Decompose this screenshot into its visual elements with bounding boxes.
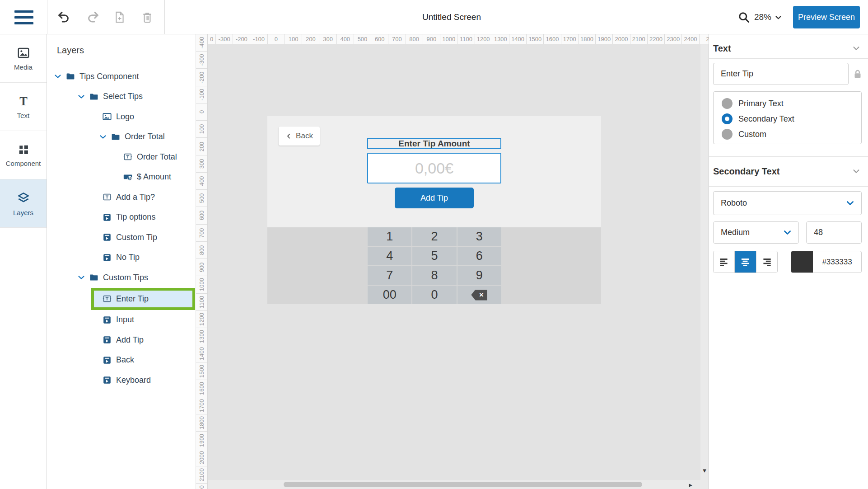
radio-button-icon[interactable] <box>722 113 733 124</box>
key-9[interactable]: 9 <box>457 266 501 285</box>
text-value-field[interactable] <box>713 63 849 85</box>
search-icon[interactable] <box>737 11 750 24</box>
chevron-down-icon[interactable] <box>775 14 782 21</box>
new-file-icon <box>113 11 126 24</box>
font-color-control[interactable]: #333333 <box>791 251 862 273</box>
layer-row-custom-tip[interactable]: Custom Tip <box>47 227 196 248</box>
layer-row-add-a-tip[interactable]: Add a Tip? <box>47 187 196 207</box>
canvas-horizontal-scrollbar[interactable]: ▸ <box>208 480 709 489</box>
key-0[interactable]: 0 <box>412 286 456 304</box>
chevron-down-icon[interactable] <box>77 273 86 282</box>
screen-title: Untitled Screen <box>375 0 528 34</box>
enter-tip-amount-label[interactable]: Enter Tip Amount <box>367 138 501 149</box>
font-weight-select[interactable]: Medium <box>713 221 799 244</box>
layer-row-add-tip[interactable]: Add Tip <box>47 330 196 350</box>
chevron-down-icon <box>77 92 86 101</box>
screen-artboard[interactable]: Back Enter Tip Amount Add Tip 1234567890… <box>267 116 601 304</box>
secondary-text-section-header[interactable]: Secondary Text <box>713 162 861 180</box>
folder-icon <box>89 273 99 282</box>
ruler-tick: 2200 <box>648 34 665 44</box>
zoom-level[interactable]: 28% <box>754 12 771 22</box>
radio-primary-text[interactable]: Primary Text <box>714 96 861 111</box>
folder-icon <box>89 92 99 102</box>
layer-row-enter-tip[interactable]: Enter Tip <box>91 288 195 310</box>
layer-row-keyboard[interactable]: Keyboard <box>47 370 196 390</box>
ruler-tick: 2200 <box>196 484 207 489</box>
align-left-button[interactable] <box>714 251 734 273</box>
layer-row-tips-component[interactable]: Tips Component <box>47 66 196 87</box>
scroll-right-arrow-icon[interactable]: ▸ <box>689 481 692 489</box>
ruler-tick: -300 <box>216 34 233 44</box>
menu-icon[interactable] <box>14 10 33 24</box>
ruler-tick: 1100 <box>457 34 475 44</box>
ruler-tick: 1700 <box>196 397 207 414</box>
font-family-select[interactable]: Roboto <box>713 191 862 215</box>
key-5[interactable]: 5 <box>412 247 456 265</box>
radio-button-icon[interactable] <box>722 98 733 109</box>
layer-row-tip-options[interactable]: Tip options <box>47 207 196 228</box>
layer-row-select-tips[interactable]: Select Tips <box>47 87 196 107</box>
undo-button[interactable] <box>56 9 72 25</box>
ruler-tick: 2400 <box>682 34 699 44</box>
tip-amount-input[interactable] <box>367 153 501 183</box>
layer-row-input[interactable]: Input <box>47 310 196 330</box>
layer-label: Add Tip <box>116 335 144 345</box>
design-canvas[interactable]: Back Enter Tip Amount Add Tip 1234567890… <box>208 44 709 489</box>
layer-row-no-tip[interactable]: No Tip <box>47 248 196 268</box>
key-6[interactable]: 6 <box>457 247 501 265</box>
align-center-button[interactable] <box>734 251 756 273</box>
backspace-icon: ✕ <box>471 290 487 301</box>
ruler-tick: 800 <box>406 34 423 44</box>
sidebar-item-component[interactable]: Component <box>0 131 47 179</box>
sidebar-item-label: Text <box>17 112 30 119</box>
font-size-field[interactable] <box>806 221 862 244</box>
align-right-button[interactable] <box>756 251 777 273</box>
sidebar-item-text[interactable]: TText <box>0 83 47 131</box>
ruler-tick: -200 <box>196 69 207 86</box>
redo-button[interactable] <box>84 9 101 25</box>
key-4[interactable]: 4 <box>368 247 411 265</box>
sidebar-item-layers[interactable]: Layers <box>0 179 47 228</box>
text-section-header[interactable]: Text <box>713 39 861 57</box>
ruler-tick: 1300 <box>492 34 509 44</box>
ruler-tick: 1200 <box>196 311 207 328</box>
radio-secondary-text[interactable]: Secondary Text <box>714 111 861 127</box>
key-00[interactable]: 00 <box>368 286 411 304</box>
chevron-down-icon[interactable] <box>53 72 62 81</box>
ruler-tick: 400 <box>196 173 207 190</box>
sidebar-item-media[interactable]: Media <box>0 34 47 83</box>
key-2[interactable]: 2 <box>412 227 456 246</box>
layer-row-amount[interactable]: $$ Amount <box>47 167 196 188</box>
layers-tree: Tips ComponentSelect TipsLogoOrder Total… <box>47 66 196 390</box>
add-tip-button[interactable]: Add Tip <box>395 188 474 208</box>
canvas-back-button[interactable]: Back <box>279 127 320 146</box>
key-3[interactable]: 3 <box>457 227 501 246</box>
secondary-text-section-title: Secondary Text <box>713 166 779 177</box>
horizontal-scroll-thumb[interactable] <box>284 482 642 487</box>
backspace-key[interactable]: ✕ <box>457 286 501 304</box>
layer-row-order-total[interactable]: Order Total <box>47 147 196 167</box>
radio-button-icon[interactable] <box>722 129 733 140</box>
delete-button[interactable] <box>139 9 155 25</box>
key-1[interactable]: 1 <box>368 227 411 246</box>
chevron-down-icon <box>845 198 855 208</box>
preview-screen-button[interactable]: Preview Screen <box>793 6 860 28</box>
new-screen-button[interactable] <box>112 9 128 25</box>
layer-label: Input <box>116 315 134 324</box>
canvas-vertical-scrollbar[interactable]: ▾ <box>700 44 709 480</box>
key-8[interactable]: 8 <box>412 266 456 285</box>
layer-row-logo[interactable]: Logo <box>47 107 196 127</box>
scroll-down-arrow-icon[interactable]: ▾ <box>700 467 709 474</box>
layer-row-back[interactable]: Back <box>47 350 196 371</box>
layer-row-order-total[interactable]: Order Total <box>47 127 196 147</box>
key-7[interactable]: 7 <box>368 266 411 285</box>
chevron-down-icon <box>851 166 861 176</box>
color-swatch[interactable] <box>791 251 813 273</box>
chevron-down-icon[interactable] <box>98 132 107 141</box>
chevron-down-icon[interactable] <box>77 92 86 101</box>
layer-row-custom-tips[interactable]: Custom Tips <box>47 268 196 288</box>
divider <box>709 58 868 59</box>
radio-custom[interactable]: Custom <box>714 127 861 142</box>
layer-label: Order Total <box>137 152 177 162</box>
ruler-tick: 1800 <box>579 34 596 44</box>
